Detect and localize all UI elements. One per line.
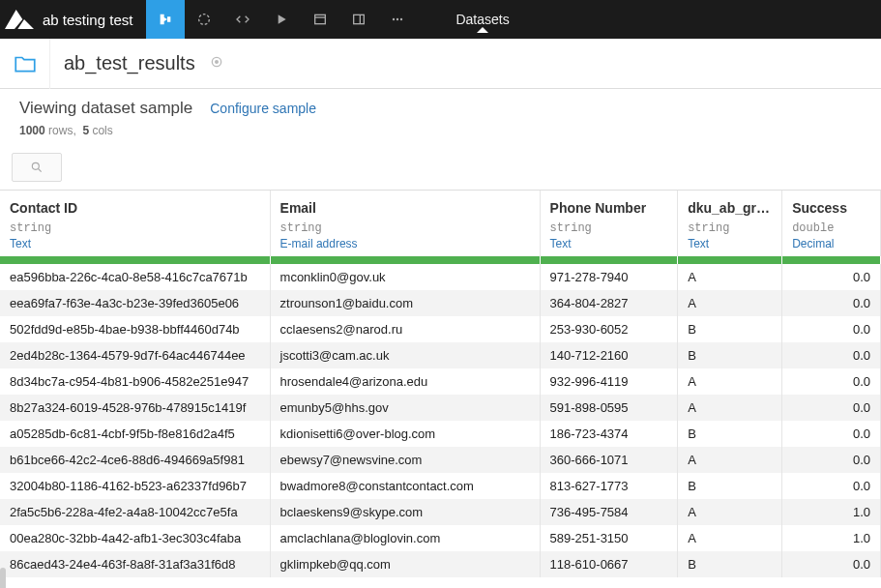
- table-row[interactable]: 502fdd9d-e85b-4bae-b938-bbff4460d74bccla…: [0, 316, 881, 342]
- cell-id[interactable]: ea596bba-226c-4ca0-8e58-416c7ca7671b: [0, 264, 270, 290]
- column-meaning[interactable]: Text: [678, 237, 782, 256]
- validity-bar[interactable]: [0, 256, 270, 264]
- cell-group[interactable]: B: [678, 473, 782, 499]
- cell-success[interactable]: 0.0: [782, 342, 881, 368]
- cell-id[interactable]: a05285db-6c81-4cbf-9f5b-f8e816d2a4f5: [0, 421, 270, 447]
- cell-id[interactable]: 502fdd9d-e85b-4bae-b938-bbff4460d74b: [0, 316, 270, 342]
- cell-group[interactable]: A: [678, 395, 782, 421]
- nav-datasets[interactable]: Datasets: [436, 12, 528, 27]
- validity-bar[interactable]: [782, 256, 881, 264]
- cell-phone[interactable]: 591-898-0595: [540, 395, 678, 421]
- cell-success[interactable]: 0.0: [782, 473, 881, 499]
- search-input[interactable]: [12, 153, 62, 182]
- cell-group[interactable]: A: [678, 447, 782, 473]
- cell-email[interactable]: amclachlana@bloglovin.com: [270, 525, 540, 551]
- table-row[interactable]: 8b27a324-6019-4528-976b-478915c1419femun…: [0, 395, 881, 421]
- cell-email[interactable]: bwadmore8@constantcontact.com: [270, 473, 540, 499]
- column-meaning[interactable]: Text: [0, 237, 270, 256]
- cell-phone[interactable]: 186-723-4374: [540, 421, 678, 447]
- cell-success[interactable]: 1.0: [782, 499, 881, 525]
- cell-id[interactable]: 2fa5c5b6-228a-4fe2-a4a8-10042cc7e5fa: [0, 499, 270, 525]
- more-icon[interactable]: [378, 0, 417, 39]
- configure-sample-link[interactable]: Configure sample: [210, 101, 316, 116]
- cell-email[interactable]: jscotti3@cam.ac.uk: [270, 342, 540, 368]
- cell-group[interactable]: B: [678, 316, 782, 342]
- cell-success[interactable]: 0.0: [782, 264, 881, 290]
- folder-icon[interactable]: [0, 39, 50, 89]
- cell-group[interactable]: B: [678, 551, 782, 577]
- cell-email[interactable]: mconklin0@gov.uk: [270, 264, 540, 290]
- validity-bar[interactable]: [540, 256, 678, 264]
- cell-phone[interactable]: 364-804-2827: [540, 290, 678, 316]
- column-meaning[interactable]: Decimal: [782, 237, 881, 256]
- table-row[interactable]: b61bce66-42c2-4ce6-88d6-494669a5f981ebew…: [0, 447, 881, 473]
- refresh-icon[interactable]: [209, 54, 224, 73]
- cell-group[interactable]: A: [678, 525, 782, 551]
- cell-group[interactable]: A: [678, 290, 782, 316]
- cell-id[interactable]: 00ea280c-32bb-4a42-afb1-3ec303c4faba: [0, 525, 270, 551]
- column-meaning[interactable]: E-mail address: [270, 237, 540, 256]
- cell-id[interactable]: eea69fa7-f63e-4a3c-b23e-39fed3605e06: [0, 290, 270, 316]
- cell-phone[interactable]: 360-666-1071: [540, 447, 678, 473]
- cell-id[interactable]: 8d34bc7a-c954-4b81-b906-4582e251e947: [0, 368, 270, 395]
- table-row[interactable]: eea69fa7-f63e-4a3c-b23e-39fed3605e06ztro…: [0, 290, 881, 316]
- table-row[interactable]: 2ed4b28c-1364-4579-9d7f-64ac446744eejsco…: [0, 342, 881, 368]
- table-row[interactable]: 2fa5c5b6-228a-4fe2-a4a8-10042cc7e5fabcla…: [0, 499, 881, 525]
- cell-group[interactable]: A: [678, 264, 782, 290]
- cell-email[interactable]: cclaesens2@narod.ru: [270, 316, 540, 342]
- column-header[interactable]: Success: [782, 191, 881, 220]
- table-row[interactable]: 32004b80-1186-4162-b523-a62337fd96b7bwad…: [0, 473, 881, 499]
- project-title[interactable]: ab testing test: [39, 12, 146, 28]
- cell-email[interactable]: gklimpkeb@qq.com: [270, 551, 540, 577]
- cell-success[interactable]: 0.0: [782, 316, 881, 342]
- cell-id[interactable]: 2ed4b28c-1364-4579-9d7f-64ac446744ee: [0, 342, 270, 368]
- app-logo-icon[interactable]: [0, 0, 39, 39]
- cell-id[interactable]: 8b27a324-6019-4528-976b-478915c1419f: [0, 395, 270, 421]
- cell-phone[interactable]: 813-627-1773: [540, 473, 678, 499]
- cell-group[interactable]: B: [678, 421, 782, 447]
- cell-group[interactable]: A: [678, 368, 782, 395]
- column-header[interactable]: dku_ab_group: [678, 191, 782, 220]
- data-table-wrap[interactable]: Contact ID Email Phone Number dku_ab_gro…: [0, 190, 881, 588]
- cell-email[interactable]: ztrounson1@baidu.com: [270, 290, 540, 316]
- column-header[interactable]: Contact ID: [0, 191, 270, 220]
- cell-email[interactable]: hrosendale4@arizona.edu: [270, 368, 540, 395]
- cell-id[interactable]: 86caed43-24e4-463f-8a8f-31af3a31f6d8: [0, 551, 270, 577]
- cell-success[interactable]: 0.0: [782, 421, 881, 447]
- cell-phone[interactable]: 253-930-6052: [540, 316, 678, 342]
- validity-bar[interactable]: [270, 256, 540, 264]
- play-icon[interactable]: [262, 0, 301, 39]
- cell-email[interactable]: bclaeskens9@skype.com: [270, 499, 540, 525]
- table-row[interactable]: 00ea280c-32bb-4a42-afb1-3ec303c4fabaamcl…: [0, 525, 881, 551]
- cell-email[interactable]: ebewsy7@newsvine.com: [270, 447, 540, 473]
- column-meaning[interactable]: Text: [540, 237, 678, 256]
- cell-group[interactable]: B: [678, 342, 782, 368]
- cell-email[interactable]: emunby5@hhs.gov: [270, 395, 540, 421]
- cell-phone[interactable]: 971-278-7940: [540, 264, 678, 290]
- code-icon[interactable]: [223, 0, 262, 39]
- cell-success[interactable]: 0.0: [782, 290, 881, 316]
- cell-phone[interactable]: 736-495-7584: [540, 499, 678, 525]
- validity-bar[interactable]: [678, 256, 782, 264]
- dashboard-icon[interactable]: [301, 0, 339, 39]
- cell-success[interactable]: 0.0: [782, 447, 881, 473]
- panel-icon[interactable]: [339, 0, 378, 39]
- cell-success[interactable]: 0.0: [782, 551, 881, 577]
- scrollbar-thumb[interactable]: [0, 568, 6, 588]
- cell-phone[interactable]: 932-996-4119: [540, 368, 678, 395]
- column-header[interactable]: Phone Number: [540, 191, 678, 220]
- table-row[interactable]: a05285db-6c81-4cbf-9f5b-f8e816d2a4f5kdio…: [0, 421, 881, 447]
- cell-phone[interactable]: 140-712-2160: [540, 342, 678, 368]
- dataset-name[interactable]: ab_test_results: [50, 52, 209, 74]
- cell-success[interactable]: 1.0: [782, 525, 881, 551]
- table-row[interactable]: 86caed43-24e4-463f-8a8f-31af3a31f6d8gkli…: [0, 551, 881, 577]
- cell-phone[interactable]: 589-251-3150: [540, 525, 678, 551]
- cell-phone[interactable]: 118-610-0667: [540, 551, 678, 577]
- cell-success[interactable]: 0.0: [782, 368, 881, 395]
- table-row[interactable]: ea596bba-226c-4ca0-8e58-416c7ca7671bmcon…: [0, 264, 881, 290]
- column-header[interactable]: Email: [270, 191, 540, 220]
- cell-group[interactable]: A: [678, 499, 782, 525]
- flow-icon[interactable]: [146, 0, 185, 39]
- table-row[interactable]: 8d34bc7a-c954-4b81-b906-4582e251e947hros…: [0, 368, 881, 395]
- cell-success[interactable]: 0.0: [782, 395, 881, 421]
